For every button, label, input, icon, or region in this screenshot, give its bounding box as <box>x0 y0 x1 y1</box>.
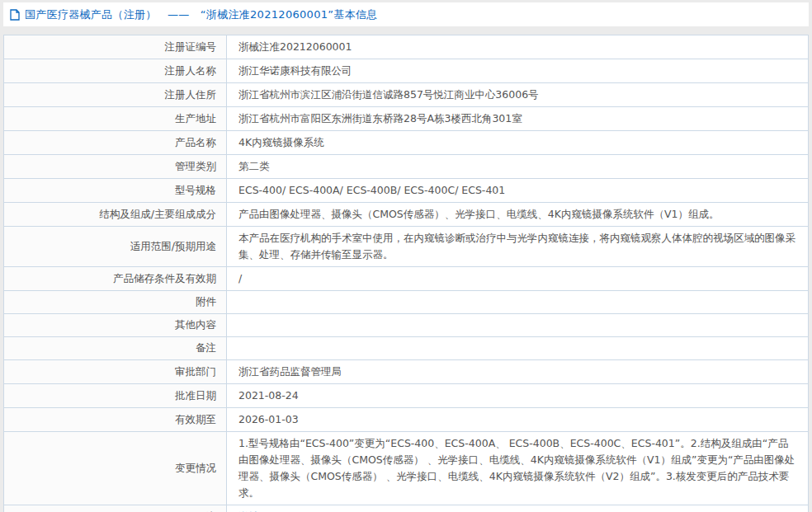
row-label: 产品储存条件及有效期 <box>4 267 227 290</box>
row-value <box>227 337 808 359</box>
detail-link[interactable]: 详情 <box>238 509 259 512</box>
table-row: 其他内容 <box>4 314 808 337</box>
row-label: 产品名称 <box>4 131 227 154</box>
row-label: 变更情况 <box>4 432 227 505</box>
row-label: 审批部门 <box>4 360 227 383</box>
row-label: 结构及组成/主要组成成分 <box>4 203 227 226</box>
row-label-note: 注 <box>4 505 227 512</box>
row-value: 本产品在医疗机构的手术室中使用，在内窥镜诊断或治疗中与光学内窥镜连接，将内窥镜观… <box>227 227 808 266</box>
table-row: 注册证编号 浙械注准20212060001 <box>4 35 808 59</box>
page-title: 国产医疗器械产品（注册） —— “浙械注准20212060001”基本信息 <box>25 7 378 22</box>
row-value: 浙江华诺康科技有限公司 <box>227 59 808 82</box>
table-row: 备注 <box>4 337 808 360</box>
row-label: 适用范围/预期用途 <box>4 227 227 266</box>
table-row: 批准日期 2021-08-24 <box>4 384 808 408</box>
table-row: 型号规格 ECS-400/ ECS-400A/ ECS-400B/ ECS-40… <box>4 179 808 203</box>
table-row: 管理类别 第二类 <box>4 155 808 179</box>
table-row: 结构及组成/主要组成成分 产品由图像处理器、摄像头（CMOS传感器）、光学接口、… <box>4 203 808 227</box>
document-icon <box>10 9 20 21</box>
row-value: 1.型号规格由“ECS-400”变更为“ECS-400、ECS-400A、 EC… <box>227 432 808 505</box>
table-row: 有效期至 2026-01-03 <box>4 408 808 432</box>
table-row-note: 注 详情 <box>4 505 808 512</box>
row-value: 2021-08-24 <box>227 384 808 407</box>
table-row: 审批部门 浙江省药品监督管理局 <box>4 360 808 384</box>
row-value: 2026-01-03 <box>227 408 808 431</box>
row-label: 注册人名称 <box>4 59 227 82</box>
row-label: 型号规格 <box>4 179 227 202</box>
row-value: 浙江省杭州市富阳区东洲街道东桥路28号A栋3楼西北角301室 <box>227 107 808 130</box>
table-row: 注册人住所 浙江省杭州市滨江区浦沿街道信诚路857号悦江商业中心36006号 <box>4 83 808 107</box>
row-value: 4K内窥镜摄像系统 <box>227 131 808 154</box>
page-header: 国产医疗器械产品（注册） —— “浙械注准20212060001”基本信息 <box>3 2 809 26</box>
row-label: 批准日期 <box>4 384 227 407</box>
row-label: 附件 <box>4 291 227 313</box>
row-label: 注册证编号 <box>4 35 227 59</box>
row-value: / <box>227 267 808 290</box>
table-row: 变更情况 1.型号规格由“ECS-400”变更为“ECS-400、ECS-400… <box>4 432 808 505</box>
row-label: 其他内容 <box>4 314 227 336</box>
row-value: 浙江省杭州市滨江区浦沿街道信诚路857号悦江商业中心36006号 <box>227 83 808 106</box>
row-label: 管理类别 <box>4 155 227 178</box>
row-label: 生产地址 <box>4 107 227 130</box>
row-value: ECS-400/ ECS-400A/ ECS-400B/ ECS-400C/ E… <box>227 179 808 202</box>
table-row: 产品名称 4K内窥镜摄像系统 <box>4 131 808 155</box>
row-label: 备注 <box>4 337 227 359</box>
row-label: 注册人住所 <box>4 83 227 106</box>
row-label: 有效期至 <box>4 408 227 431</box>
table-row: 适用范围/预期用途 本产品在医疗机构的手术室中使用，在内窥镜诊断或治疗中与光学内… <box>4 227 808 267</box>
row-value: 浙江省药品监督管理局 <box>227 360 808 383</box>
table-row: 生产地址 浙江省杭州市富阳区东洲街道东桥路28号A栋3楼西北角301室 <box>4 107 808 131</box>
table-row: 附件 <box>4 291 808 314</box>
row-value <box>227 291 808 313</box>
table-row: 产品储存条件及有效期 / <box>4 267 808 291</box>
info-table: 注册证编号 浙械注准20212060001 注册人名称 浙江华诺康科技有限公司 … <box>3 35 809 512</box>
row-value: 第二类 <box>227 155 808 178</box>
table-row: 注册人名称 浙江华诺康科技有限公司 <box>4 59 808 83</box>
row-value-note: 详情 <box>227 505 808 512</box>
row-value <box>227 314 808 336</box>
row-value: 产品由图像处理器、摄像头（CMOS传感器）、光学接口、电缆线、4K内窥镜摄像系统… <box>227 203 808 226</box>
row-value: 浙械注准20212060001 <box>227 35 808 59</box>
page: 国产医疗器械产品（注册） —— “浙械注准20212060001”基本信息 注册… <box>0 0 812 512</box>
